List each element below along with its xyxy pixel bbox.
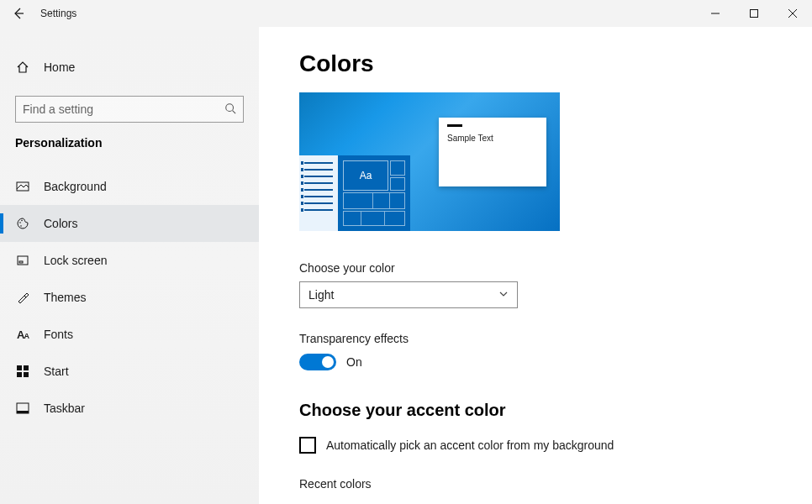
- home-label: Home: [44, 60, 75, 74]
- back-button[interactable]: [0, 0, 37, 27]
- category-label: Personalization: [0, 136, 259, 150]
- transparency-state: On: [346, 355, 362, 369]
- preview-sample-text: Sample Text: [447, 134, 538, 143]
- svg-point-4: [21, 220, 23, 222]
- lockscreen-icon: [15, 253, 30, 268]
- auto-pick-checkbox[interactable]: [299, 437, 316, 454]
- page-title: Colors: [299, 50, 812, 77]
- svg-rect-7: [19, 261, 23, 263]
- accent-section-title: Choose your accent color: [299, 401, 812, 420]
- svg-point-3: [19, 222, 21, 223]
- close-button[interactable]: [773, 0, 812, 27]
- app-title: Settings: [40, 8, 76, 19]
- svg-rect-0: [751, 10, 758, 18]
- color-preview: Sample Text Aa: [299, 92, 560, 231]
- sidebar-item-taskbar[interactable]: Taskbar: [0, 390, 259, 427]
- sidebar-item-background[interactable]: Background: [0, 168, 259, 205]
- home-icon: [15, 60, 30, 75]
- maximize-icon: [750, 9, 758, 18]
- sidebar-item-label: Fonts: [44, 328, 73, 341]
- sidebar-item-label: Colors: [44, 217, 77, 230]
- palette-icon: [15, 216, 30, 231]
- sidebar-item-fonts[interactable]: AA Fonts: [0, 316, 259, 353]
- sidebar-item-label: Background: [44, 180, 107, 193]
- maximize-button[interactable]: [735, 0, 773, 27]
- minimize-button[interactable]: [696, 0, 735, 27]
- preview-start-menu: Aa: [338, 155, 410, 231]
- transparency-label: Transparency effects: [299, 332, 812, 345]
- search-icon: [224, 102, 236, 117]
- sidebar: Home Personalization Background: [0, 27, 259, 504]
- choose-color-dropdown[interactable]: Light: [299, 281, 518, 308]
- fonts-icon: AA: [15, 327, 30, 342]
- sidebar-item-themes[interactable]: Themes: [0, 279, 259, 316]
- search-input[interactable]: [23, 102, 224, 116]
- svg-point-5: [20, 225, 22, 227]
- content-area: Colors Sample Text Aa Choose your colo: [259, 27, 812, 504]
- recent-colors-label: Recent colors: [299, 477, 812, 491]
- start-icon: [15, 364, 30, 379]
- sidebar-item-colors[interactable]: Colors: [0, 205, 259, 242]
- sidebar-item-label: Lock screen: [44, 254, 107, 267]
- sidebar-item-start[interactable]: Start: [0, 353, 259, 390]
- sidebar-item-label: Start: [44, 365, 69, 378]
- sidebar-item-label: Taskbar: [44, 402, 85, 415]
- preview-aa-tile: Aa: [343, 160, 388, 191]
- close-icon: [788, 9, 797, 18]
- choose-color-value: Light: [308, 288, 334, 302]
- svg-rect-10: [17, 372, 22, 377]
- titlebar: Settings: [0, 0, 812, 27]
- svg-rect-9: [24, 365, 29, 370]
- minimize-icon: [711, 9, 720, 18]
- svg-rect-8: [17, 365, 22, 370]
- sidebar-item-lockscreen[interactable]: Lock screen: [0, 242, 259, 279]
- taskbar-icon: [15, 401, 30, 416]
- picture-icon: [15, 179, 30, 194]
- transparency-toggle[interactable]: [299, 354, 336, 370]
- choose-color-label: Choose your color: [299, 261, 812, 275]
- preview-sample-window: Sample Text: [439, 118, 546, 186]
- auto-pick-label: Automatically pick an accent color from …: [326, 438, 614, 452]
- sidebar-home[interactable]: Home: [0, 49, 259, 86]
- search-box[interactable]: [15, 96, 244, 123]
- svg-rect-13: [17, 411, 29, 413]
- themes-icon: [15, 290, 30, 305]
- back-arrow-icon: [12, 7, 25, 20]
- preview-action-center: [299, 155, 338, 231]
- svg-rect-11: [24, 372, 29, 377]
- svg-point-1: [226, 103, 234, 111]
- chevron-down-icon: [498, 288, 509, 302]
- sidebar-item-label: Themes: [44, 291, 87, 304]
